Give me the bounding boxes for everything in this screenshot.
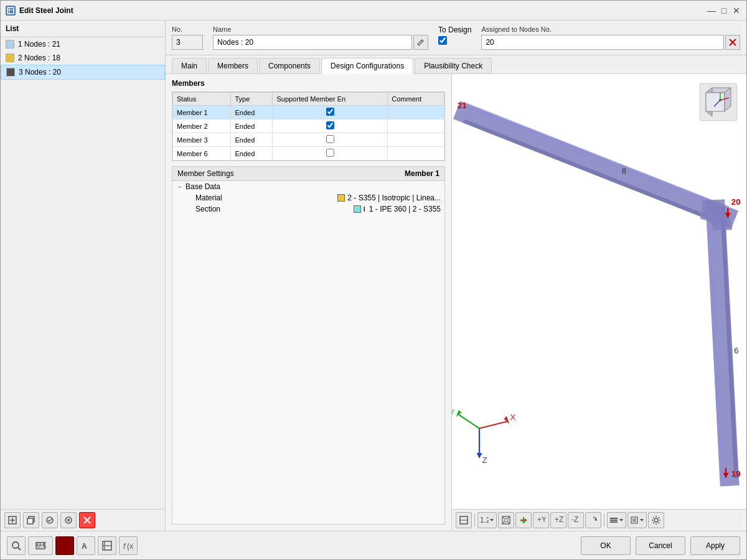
assigned-input[interactable] xyxy=(481,35,724,50)
close-button[interactable]: ✕ xyxy=(731,6,741,16)
bottom-tools: 0.00 A f(x) xyxy=(7,536,578,555)
view-canvas[interactable]: 21 8 20 6 19 xyxy=(452,74,746,509)
cell-supported[interactable] xyxy=(273,133,388,147)
list-item-label-2: 2 Nodes : 18 xyxy=(18,54,60,62)
search-tool-button[interactable] xyxy=(7,536,26,555)
assigned-clear-button[interactable] xyxy=(725,35,740,50)
zoom-y-button[interactable]: +Y xyxy=(533,512,549,528)
delete-button[interactable] xyxy=(79,512,95,528)
svg-text:Y: Y xyxy=(452,408,455,417)
table-row[interactable]: Member 3 Ended xyxy=(173,133,444,147)
settings-button[interactable] xyxy=(648,512,664,528)
zoom-x-button[interactable] xyxy=(515,512,532,528)
cell-name: Member 2 xyxy=(173,119,231,133)
col-type: Type xyxy=(231,93,273,106)
to-design-checkbox[interactable] xyxy=(438,36,447,45)
list-item-2[interactable]: 2 Nodes : 18 xyxy=(1,51,165,65)
cell-supported[interactable] xyxy=(273,119,388,133)
tree-material[interactable]: + Material 2 - S355 | Isotropic | Linea.… xyxy=(182,192,444,203)
check-x-button[interactable] xyxy=(60,512,77,528)
duplicate-button[interactable] xyxy=(23,512,39,528)
member-settings-header: Member Settings Member 1 xyxy=(172,167,444,181)
cell-supported[interactable] xyxy=(273,147,388,161)
view-toolbar: 1.2.3 +Y +Z xyxy=(452,509,746,531)
svg-rect-0 xyxy=(7,7,14,14)
cube-navigator[interactable] xyxy=(697,80,740,124)
formula-tool-button[interactable]: f(x) xyxy=(119,536,138,555)
tree-material-value-container: 2 - S355 | Isotropic | Linea... xyxy=(337,194,441,202)
ok-button[interactable]: OK xyxy=(581,536,631,555)
zoom-z-button[interactable]: +Z xyxy=(550,512,566,528)
cell-name: Member 3 xyxy=(173,133,231,147)
view-2d-button[interactable] xyxy=(456,512,472,528)
cancel-button[interactable]: Cancel xyxy=(636,536,685,555)
tree-expand-icon[interactable]: − xyxy=(176,183,184,190)
cell-type: Ended xyxy=(231,119,273,133)
grid-button[interactable] xyxy=(498,512,514,528)
cell-supported[interactable] xyxy=(273,106,388,119)
svg-text:+Z: +Z xyxy=(555,515,563,524)
tab-components[interactable]: Components xyxy=(259,58,320,73)
table-row[interactable]: Member 2 Ended xyxy=(173,119,444,133)
text-tool-button[interactable]: A xyxy=(77,536,95,555)
cell-comment xyxy=(388,106,444,119)
zoom-tz-button[interactable]: -Z xyxy=(568,512,584,528)
tab-main[interactable]: Main xyxy=(172,58,207,73)
maximize-button[interactable]: □ xyxy=(719,6,729,16)
svg-rect-63 xyxy=(610,518,618,519)
view-settings-dropdown[interactable] xyxy=(627,512,647,528)
tab-members[interactable]: Members xyxy=(208,58,258,73)
list-item-label-1: 1 Nodes : 21 xyxy=(18,40,60,49)
tree-base-data-label: Base Data xyxy=(186,182,220,191)
top-form: No. Name To Design xyxy=(166,21,746,55)
list-item-color-2 xyxy=(6,54,14,62)
title-bar: Edit Steel Joint — □ ✕ xyxy=(1,1,746,21)
tab-design-configurations[interactable]: Design Configurations xyxy=(321,58,413,74)
list-items: 1 Nodes : 21 2 Nodes : 18 3 Nodes : 20 xyxy=(1,37,165,509)
axes-dropdown-button[interactable]: 1.2.3 xyxy=(477,512,497,528)
cube-svg xyxy=(697,80,740,124)
svg-rect-65 xyxy=(610,521,618,523)
list-item-1[interactable]: 1 Nodes : 21 xyxy=(1,37,165,51)
left-panel-toolbar xyxy=(1,509,165,531)
name-group: Name xyxy=(213,26,428,50)
list-item-3[interactable]: 3 Nodes : 20 xyxy=(1,65,165,80)
svg-text:+Y: +Y xyxy=(537,515,546,524)
svg-line-72 xyxy=(18,548,21,550)
cell-comment xyxy=(388,133,444,147)
table-row[interactable]: Member 6 Ended xyxy=(173,147,444,161)
tree-base-data[interactable]: − Base Data xyxy=(172,181,444,192)
cell-comment xyxy=(388,147,444,161)
tree-section[interactable]: + Section I 1 - IPE 360 | 2 - S355 xyxy=(182,203,444,215)
cell-comment xyxy=(388,119,444,133)
layers-dropdown-button[interactable] xyxy=(607,512,626,528)
check-button[interactable] xyxy=(42,512,58,528)
name-input-group xyxy=(213,35,428,50)
list-item-color-1 xyxy=(6,40,14,49)
svg-rect-17 xyxy=(452,93,746,490)
col-supported: Supported Member En xyxy=(273,93,388,106)
list-item-label-3: 3 Nodes : 20 xyxy=(19,68,61,77)
color-tool-button[interactable] xyxy=(55,536,74,555)
cell-type: Ended xyxy=(231,147,273,161)
tree-section-label: Section xyxy=(195,205,354,213)
svg-line-14 xyxy=(421,40,422,41)
svg-marker-58 xyxy=(522,521,525,523)
content-area: Members Status Type Supported Member En … xyxy=(166,74,746,531)
tab-plausibility-check[interactable]: Plausibility Check xyxy=(415,58,492,73)
name-input[interactable] xyxy=(213,35,412,50)
svg-text:1.2.3: 1.2.3 xyxy=(480,516,489,525)
rotate-button[interactable] xyxy=(585,512,601,528)
no-label: No. xyxy=(172,26,203,33)
col-comment: Comment xyxy=(388,93,444,106)
table-row[interactable]: Member 1 Ended xyxy=(173,106,444,119)
no-input[interactable] xyxy=(172,35,203,50)
name-edit-button[interactable] xyxy=(413,35,428,50)
minimize-button[interactable]: — xyxy=(707,6,716,16)
svg-point-52 xyxy=(508,517,509,518)
render-tool-button[interactable] xyxy=(98,536,116,555)
window-title: Edit Steel Joint xyxy=(19,6,704,15)
values-tool-button[interactable]: 0.00 xyxy=(28,536,53,555)
apply-button[interactable]: Apply xyxy=(690,536,740,555)
new-node-button[interactable] xyxy=(4,512,21,528)
